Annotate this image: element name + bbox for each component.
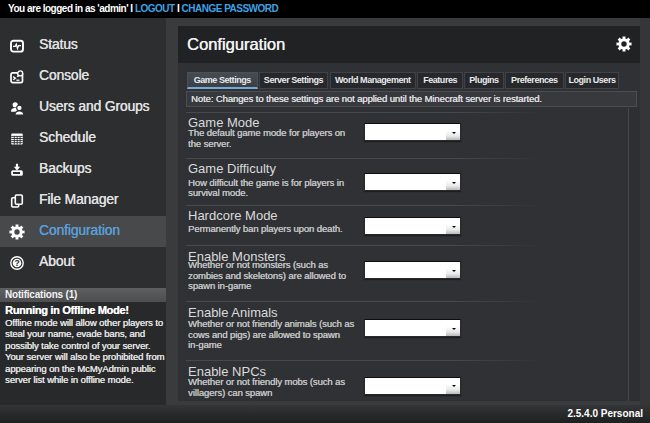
svg-text:?: ? — [14, 258, 19, 268]
